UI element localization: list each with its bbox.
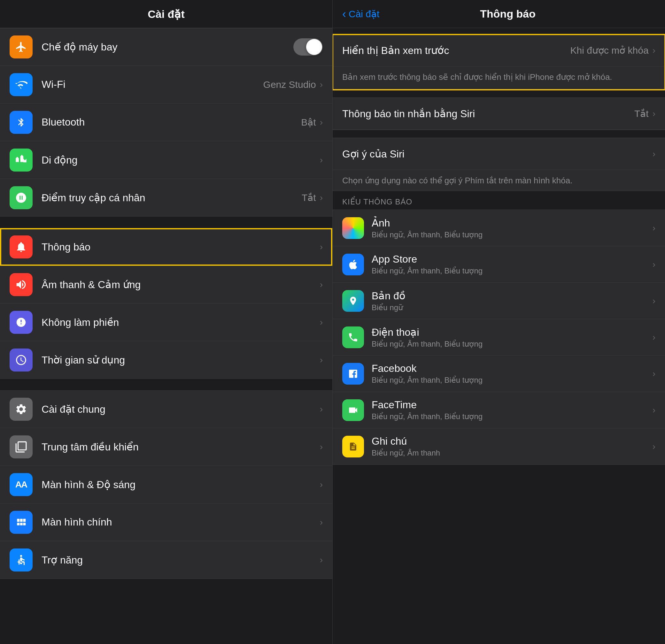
separator-1: [0, 217, 332, 228]
settings-item-airplane[interactable]: Chế độ máy bay: [0, 28, 332, 66]
app-item-notes[interactable]: Ghi chú Biểu ngữ, Âm thanh ›: [332, 428, 665, 465]
apps-list: Ảnh Biểu ngữ, Âm thanh, Biểu tượng › App…: [332, 210, 665, 465]
cellular-right: ›: [320, 155, 323, 165]
right-content: Hiển thị Bản xem trước Khi được mở khóa …: [332, 28, 665, 644]
preview-chevron: ›: [652, 45, 656, 56]
appstore-app-subtitle: Biểu ngữ, Âm thanh, Biểu tượng: [372, 267, 652, 275]
control-chevron: ›: [320, 442, 323, 452]
siri-notifications-item[interactable]: Thông báo tin nhắn bằng Siri Tắt ›: [332, 98, 665, 130]
sounds-icon: [10, 273, 33, 296]
maps-app-icon: [342, 290, 364, 312]
settings-item-cellular[interactable]: Di động ›: [0, 141, 332, 179]
app-item-facetime[interactable]: FaceTime Biểu ngữ, Âm thanh, Biểu tượng …: [332, 392, 665, 428]
dnd-content: Không làm phiền ›: [41, 316, 323, 328]
siri-suggestions-item[interactable]: Gợi ý của Siri ›: [332, 138, 665, 170]
notifications-label: Thông báo: [41, 241, 91, 253]
phone-app-name: Điện thoại: [372, 326, 652, 338]
phone-app-info: Điện thoại Biểu ngữ, Âm thanh, Biểu tượn…: [372, 326, 652, 349]
right-header: ‹ Cài đặt Thông báo: [332, 0, 665, 28]
photos-app-info: Ảnh Biểu ngữ, Âm thanh, Biểu tượng: [372, 217, 652, 239]
section-title: KIỂU THÔNG BÁO: [332, 191, 665, 210]
facebook-app-info: Facebook Biểu ngữ, Âm thanh, Biểu tượng: [372, 363, 652, 385]
back-button[interactable]: ‹ Cài đặt: [342, 7, 379, 21]
homescreen-content: Màn hình chính ›: [41, 516, 323, 528]
airplane-label: Chế độ máy bay: [41, 41, 117, 53]
sounds-chevron: ›: [320, 279, 323, 290]
settings-item-general[interactable]: Cài đặt chung ›: [0, 390, 332, 428]
app-item-phone[interactable]: Điện thoại Biểu ngữ, Âm thanh, Biểu tượn…: [332, 319, 665, 355]
notes-app-info: Ghi chú Biểu ngữ, Âm thanh: [372, 435, 652, 457]
wifi-icon: [10, 73, 33, 96]
hotspot-icon: [10, 186, 33, 209]
wifi-chevron: ›: [320, 80, 323, 90]
settings-item-bluetooth[interactable]: Bluetooth Bật ›: [0, 103, 332, 141]
app-item-facebook[interactable]: Facebook Biểu ngữ, Âm thanh, Biểu tượng …: [332, 355, 665, 392]
settings-item-control[interactable]: Trung tâm điều khiển ›: [0, 428, 332, 466]
separator-2: [0, 379, 332, 390]
settings-item-hotspot[interactable]: Điểm truy cập cá nhân Tắt ›: [0, 179, 332, 217]
bluetooth-label: Bluetooth: [41, 116, 85, 128]
general-icon: [10, 398, 33, 421]
preview-item[interactable]: Hiển thị Bản xem trước Khi được mở khóa …: [332, 35, 665, 66]
settings-item-accessibility[interactable]: Trợ năng ›: [0, 541, 332, 579]
phone-app-icon: [342, 327, 364, 348]
settings-list: Chế độ máy bay Wi-Fi Genz Studio: [0, 28, 332, 644]
facebook-app-subtitle: Biểu ngữ, Âm thanh, Biểu tượng: [372, 376, 652, 385]
preview-value: Khi được mở khóa: [570, 45, 649, 56]
settings-item-sounds[interactable]: Âm thanh & Cảm ứng ›: [0, 266, 332, 304]
notifications-chevron: ›: [320, 242, 323, 252]
notes-app-subtitle: Biểu ngữ, Âm thanh: [372, 449, 652, 457]
notes-app-name: Ghi chú: [372, 435, 652, 447]
bluetooth-content: Bluetooth Bật ›: [41, 116, 323, 128]
control-content: Trung tâm điều khiển ›: [41, 441, 323, 453]
bluetooth-right: Bật ›: [301, 117, 323, 128]
photos-app-name: Ảnh: [372, 217, 652, 229]
airplane-icon: [10, 36, 33, 58]
siri-notifications-label: Thông báo tin nhắn bằng Siri: [342, 108, 634, 120]
airplane-content: Chế độ máy bay: [41, 38, 323, 56]
appstore-app-name: App Store: [372, 253, 652, 265]
preview-section: Hiển thị Bản xem trước Khi được mở khóa …: [332, 35, 665, 90]
hotspot-value: Tắt: [302, 192, 316, 203]
siri-suggestions-label: Gợi ý của Siri: [342, 148, 652, 160]
accessibility-label: Trợ năng: [41, 554, 83, 566]
notes-app-chevron: ›: [652, 442, 656, 452]
preview-right: Khi được mở khóa ›: [570, 45, 656, 56]
maps-app-info: Bản đồ Biểu ngữ: [372, 290, 652, 312]
bluetooth-value: Bật: [301, 117, 316, 128]
sounds-content: Âm thanh & Cảm ứng ›: [41, 278, 323, 291]
screentime-icon: [10, 349, 33, 372]
display-content: Màn hình & Độ sáng ›: [41, 479, 323, 491]
settings-item-notifications[interactable]: Thông báo ›: [0, 228, 332, 266]
right-title: Thông báo: [386, 8, 656, 20]
homescreen-icon: [10, 511, 33, 534]
cellular-label: Di động: [41, 154, 78, 166]
airplane-toggle[interactable]: [293, 38, 323, 56]
right-panel: ‹ Cài đặt Thông báo Hiển thị Bản xem trư…: [332, 0, 665, 644]
homescreen-label: Màn hình chính: [41, 516, 112, 528]
sounds-right: ›: [320, 279, 323, 290]
settings-item-dnd[interactable]: Không làm phiền ›: [0, 304, 332, 341]
settings-group-2: Thông báo › Âm thanh & Cảm ứng ›: [0, 228, 332, 379]
facetime-app-name: FaceTime: [372, 399, 652, 411]
facetime-app-info: FaceTime Biểu ngữ, Âm thanh, Biểu tượng: [372, 399, 652, 421]
app-item-appstore[interactable]: App Store Biểu ngữ, Âm thanh, Biểu tượng…: [332, 246, 665, 283]
settings-item-display[interactable]: AA Màn hình & Độ sáng ›: [0, 466, 332, 504]
left-header: Cài đặt: [0, 0, 332, 28]
appstore-app-icon: [342, 254, 364, 275]
preview-label: Hiển thị Bản xem trước: [342, 44, 570, 57]
app-item-maps[interactable]: Bản đồ Biểu ngữ ›: [332, 283, 665, 319]
maps-app-subtitle: Biểu ngữ: [372, 303, 652, 312]
app-item-photos[interactable]: Ảnh Biểu ngữ, Âm thanh, Biểu tượng ›: [332, 210, 665, 246]
bluetooth-icon: [10, 111, 33, 134]
wifi-right: Genz Studio ›: [263, 79, 323, 90]
settings-item-screentime[interactable]: Thời gian sử dụng ›: [0, 341, 332, 379]
display-icon: AA: [10, 473, 33, 496]
phone-app-subtitle: Biểu ngữ, Âm thanh, Biểu tượng: [372, 339, 652, 349]
preview-description: Bản xem trước thông báo sẽ chỉ được hiển…: [332, 66, 665, 90]
settings-item-homescreen[interactable]: Màn hình chính ›: [0, 504, 332, 541]
notifications-right: ›: [320, 242, 323, 252]
maps-app-name: Bản đồ: [372, 290, 652, 302]
sounds-label: Âm thanh & Cảm ứng: [41, 278, 140, 291]
settings-item-wifi[interactable]: Wi-Fi Genz Studio ›: [0, 66, 332, 103]
